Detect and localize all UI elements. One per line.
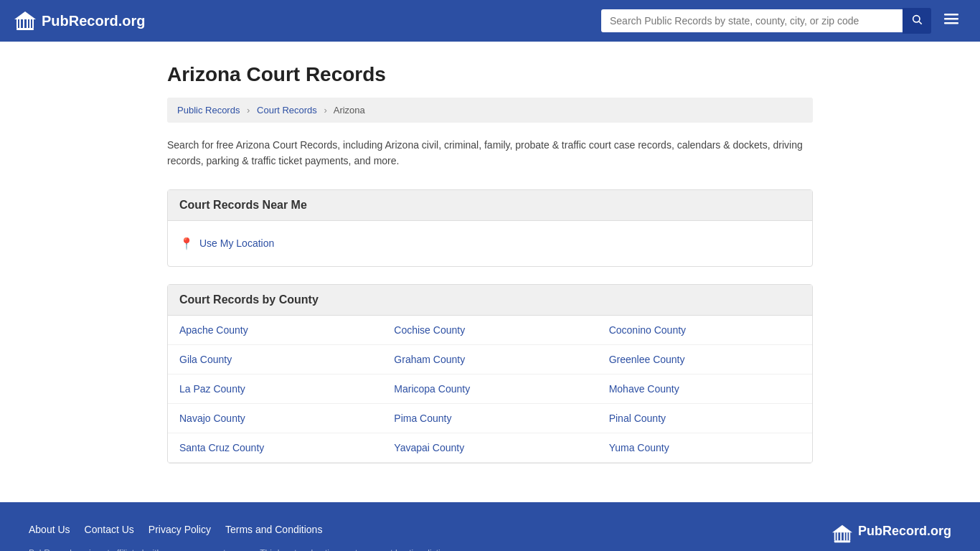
county-grid-body: Apache CountyCochise CountyCoconino Coun… <box>168 316 812 463</box>
use-my-location[interactable]: 📍 Use My Location <box>179 232 801 255</box>
logo-text: PubRecord.org <box>42 13 145 29</box>
breadcrumb-sep-2: › <box>324 105 326 116</box>
svg-rect-19 <box>849 532 850 540</box>
county-item[interactable]: Yavapai County <box>382 433 597 463</box>
svg-rect-11 <box>944 18 958 20</box>
svg-rect-15 <box>837 532 839 540</box>
main-content: Arizona Court Records Public Records › C… <box>153 42 827 502</box>
svg-marker-7 <box>14 11 36 19</box>
county-item[interactable]: Cochise County <box>382 316 597 345</box>
svg-rect-6 <box>32 19 34 28</box>
svg-rect-1 <box>17 19 18 28</box>
svg-rect-13 <box>834 540 850 542</box>
svg-rect-2 <box>19 19 21 28</box>
breadcrumb-court-records[interactable]: Court Records <box>257 105 317 116</box>
svg-rect-12 <box>944 22 958 24</box>
search-button[interactable] <box>903 8 931 34</box>
breadcrumb-public-records[interactable]: Public Records <box>177 105 240 116</box>
breadcrumb: Public Records › Court Records › Arizona <box>167 98 813 123</box>
search-icon <box>911 14 923 25</box>
county-item[interactable]: Apache County <box>168 316 382 345</box>
county-item[interactable]: Gila County <box>168 345 382 375</box>
county-item[interactable]: Santa Cruz County <box>168 433 382 463</box>
search-container <box>601 8 931 34</box>
county-item[interactable]: Graham County <box>382 345 597 375</box>
county-item[interactable]: Yuma County <box>598 433 812 463</box>
near-me-header: Court Records Near Me <box>168 190 812 221</box>
logo-icon <box>14 10 36 32</box>
footer-links: About UsContact UsPrivacy PolicyTerms an… <box>29 524 488 535</box>
svg-rect-10 <box>944 14 958 16</box>
by-county-section: Court Records by County Apache CountyCoc… <box>167 284 813 463</box>
location-label: Use My Location <box>199 237 274 249</box>
footer-logo: PubRecord.org <box>832 524 951 551</box>
county-item[interactable]: Pinal County <box>598 404 812 433</box>
footer-left: About UsContact UsPrivacy PolicyTerms an… <box>29 524 488 551</box>
county-grid: Apache CountyCochise CountyCoconino Coun… <box>168 316 812 463</box>
svg-rect-4 <box>27 19 28 28</box>
svg-marker-20 <box>832 525 852 532</box>
hamburger-icon <box>943 10 960 27</box>
county-item[interactable]: Pima County <box>382 404 597 433</box>
footer: About UsContact UsPrivacy PolicyTerms an… <box>0 502 980 551</box>
county-item[interactable]: La Paz County <box>168 375 382 404</box>
svg-rect-17 <box>844 532 845 540</box>
svg-rect-0 <box>17 28 34 30</box>
site-logo[interactable]: PubRecord.org <box>14 10 145 32</box>
by-county-header: Court Records by County <box>168 285 812 316</box>
menu-button[interactable] <box>937 7 966 34</box>
county-item[interactable]: Maricopa County <box>382 375 597 404</box>
near-me-body: 📍 Use My Location <box>168 221 812 266</box>
footer-link[interactable]: Privacy Policy <box>149 524 211 535</box>
pin-icon: 📍 <box>179 237 194 250</box>
footer-link[interactable]: Contact Us <box>85 524 134 535</box>
header: PubRecord.org <box>0 0 980 42</box>
svg-rect-14 <box>834 532 836 540</box>
breadcrumb-sep-1: › <box>247 105 250 116</box>
page-title: Arizona Court Records <box>167 63 813 86</box>
svg-rect-16 <box>840 532 842 540</box>
breadcrumb-arizona: Arizona <box>334 105 365 116</box>
svg-rect-18 <box>847 532 848 540</box>
county-item[interactable]: Navajo County <box>168 404 382 433</box>
footer-text-1: PubRecord.org is not affiliated with any… <box>29 547 488 551</box>
svg-point-8 <box>913 16 920 22</box>
near-me-section: Court Records Near Me 📍 Use My Location <box>167 189 813 267</box>
header-right <box>601 7 966 34</box>
search-input[interactable] <box>601 9 903 32</box>
svg-rect-5 <box>29 19 31 28</box>
page-description: Search for free Arizona Court Records, i… <box>167 137 813 169</box>
svg-line-9 <box>919 22 922 24</box>
county-item[interactable]: Mohave County <box>598 375 812 404</box>
county-item[interactable]: Coconino County <box>598 316 812 345</box>
county-item[interactable]: Greenlee County <box>598 345 812 375</box>
svg-rect-3 <box>23 19 24 28</box>
footer-logo-text: PubRecord.org <box>858 524 951 539</box>
footer-logo-icon <box>832 524 852 544</box>
footer-link[interactable]: Terms and Conditions <box>225 524 322 535</box>
footer-link[interactable]: About Us <box>29 524 70 535</box>
